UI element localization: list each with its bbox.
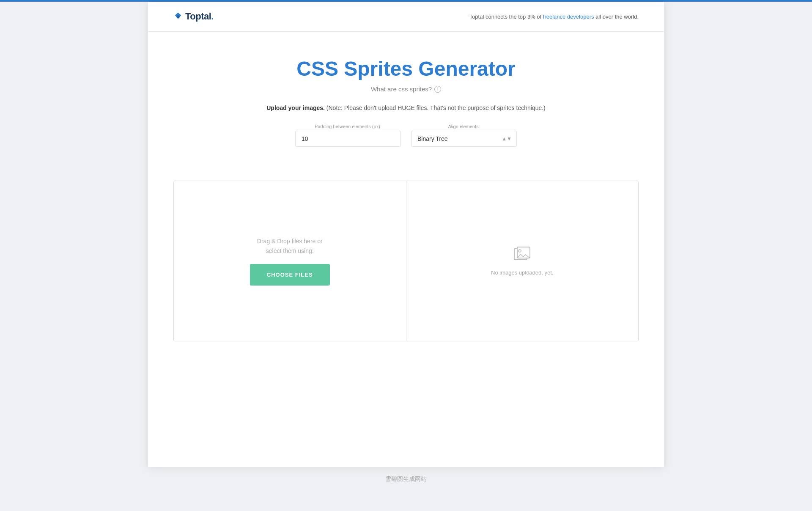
align-control-group: Align elements: Binary Tree Horizontal V… bbox=[411, 124, 517, 147]
logo: Toptal. bbox=[173, 11, 214, 22]
subtitle-text: What are css sprites? bbox=[371, 85, 432, 93]
footer-text: 雪碧图生成网站 bbox=[385, 475, 427, 482]
logo-dot: . bbox=[211, 11, 214, 22]
drop-zone[interactable]: Drag & Drop files here or select them us… bbox=[174, 181, 406, 341]
no-images-text: No images uploaded, yet. bbox=[491, 269, 553, 276]
info-icon[interactable]: i bbox=[434, 86, 441, 93]
drop-text-line2: select them using: bbox=[266, 247, 314, 254]
header-tagline: Toptal connects the top 3% of freelance … bbox=[469, 14, 639, 20]
choose-files-button[interactable]: CHOOSE FILES bbox=[250, 264, 330, 286]
drop-text: Drag & Drop files here or select them us… bbox=[257, 236, 323, 256]
toptal-logo-icon bbox=[173, 12, 183, 21]
controls-section: Padding between elements (px): Align ele… bbox=[165, 124, 647, 147]
padding-input[interactable] bbox=[295, 131, 401, 147]
no-images-icon bbox=[514, 247, 531, 264]
work-area: Drag & Drop files here or select them us… bbox=[173, 181, 639, 341]
logo-name: Toptal bbox=[185, 11, 211, 22]
main-container: Toptal. Toptal connects the top 3% of fr… bbox=[148, 2, 664, 467]
tagline-before: Toptal connects the top 3% of bbox=[469, 14, 543, 20]
align-label: Align elements: bbox=[411, 124, 517, 129]
align-select[interactable]: Binary Tree Horizontal Vertical Packed bbox=[411, 131, 517, 147]
hero-section: CSS Sprites Generator What are css sprit… bbox=[148, 32, 664, 181]
logo-text: Toptal. bbox=[185, 11, 214, 22]
tagline-link[interactable]: freelance developers bbox=[543, 14, 594, 20]
page-title: CSS Sprites Generator bbox=[165, 57, 647, 80]
drop-text-line1: Drag & Drop files here or bbox=[257, 238, 323, 245]
footer: 雪碧图生成网站 bbox=[377, 467, 435, 492]
upload-note-bold: Upload your images. bbox=[266, 104, 325, 111]
upload-note: Upload your images. (Note: Please don't … bbox=[165, 104, 647, 111]
align-select-wrapper: Binary Tree Horizontal Vertical Packed ▲… bbox=[411, 131, 517, 147]
tagline-after: all over the world. bbox=[594, 14, 639, 20]
preview-area: No images uploaded, yet. bbox=[406, 181, 639, 341]
padding-label: Padding between elements (px): bbox=[295, 124, 401, 129]
upload-note-rest: (Note: Please don't upload HUGE files. T… bbox=[325, 104, 546, 111]
padding-control-group: Padding between elements (px): bbox=[295, 124, 401, 147]
subtitle: What are css sprites? i bbox=[165, 85, 647, 93]
header: Toptal. Toptal connects the top 3% of fr… bbox=[148, 2, 664, 32]
